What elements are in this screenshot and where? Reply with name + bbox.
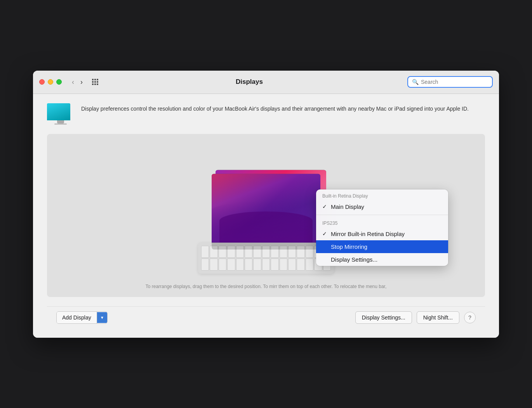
display-preview-area: To rearrange displays, drag them to the … [47,134,485,297]
forward-button[interactable]: › [78,78,85,86]
add-display-chevron-icon[interactable]: ▾ [97,312,107,323]
monitor-front-screen [212,174,320,242]
menu-item-display-settings[interactable]: Display Settings... [316,253,448,266]
grid-dot [97,81,98,83]
key [297,246,304,258]
display-preview [212,174,320,249]
night-shift-button[interactable]: Night Shift... [417,311,459,324]
preferences-window: ‹ › Displays 🔍 Di [33,71,499,338]
bottom-bar: Add Display ▾ Display Settings... Night … [47,306,485,328]
context-menu: Built-in Retina Display ✓ Main Display I… [316,189,448,266]
monitor-front[interactable] [212,174,320,249]
menu-section-label-1: Built-in Retina Display [316,189,448,200]
grid-dot [94,83,96,85]
menu-item-mirror[interactable]: ✓ Mirror Built-in Retina Display [316,227,448,240]
key [253,259,261,271]
key [288,259,296,271]
key [306,259,313,271]
nav-buttons: ‹ › [70,78,85,86]
menu-item-main-display-label: Main Display [331,203,364,210]
key [210,246,217,258]
key [297,259,304,271]
info-row: Display preferences control the resoluti… [47,103,485,125]
display-icon-base [54,123,67,125]
key [227,246,235,258]
key [253,246,261,258]
key [280,246,287,258]
menu-item-stop-mirroring[interactable]: Stop Mirroring [316,240,448,253]
content-area: Display preferences control the resoluti… [33,94,499,338]
checkmark-icon: ✓ [322,231,329,237]
key [262,259,270,271]
hint-text: To rearrange displays, drag them to the … [91,284,441,289]
info-description: Display preferences control the resoluti… [81,103,469,113]
menu-item-display-settings-label: Display Settings... [331,256,377,263]
maximize-button[interactable] [56,79,62,85]
key [245,246,252,258]
titlebar: ‹ › Displays 🔍 [33,71,499,94]
search-bar: 🔍 [407,76,493,88]
page-title: Displays [104,78,395,86]
key [236,246,244,258]
key [227,259,235,271]
display-icon-screen [47,103,70,120]
key [201,246,209,258]
menu-item-mirror-label: Mirror Built-in Retina Display [331,231,405,237]
add-display-button[interactable]: Add Display ▾ [56,311,108,324]
screen-wave2 [219,212,313,243]
traffic-lights [39,79,62,85]
key [201,259,209,271]
close-button[interactable] [39,79,45,85]
key [236,259,244,271]
grid-dot [92,83,94,85]
add-display-label: Add Display [57,312,97,323]
grid-dot [97,79,98,80]
search-input[interactable] [421,79,488,85]
key [210,259,217,271]
help-button[interactable]: ? [464,312,476,323]
key [219,246,226,258]
checkmark-icon: ✓ [322,203,329,210]
minimize-button[interactable] [48,79,53,85]
display-icon-stand [57,120,64,123]
key [280,259,287,271]
menu-section-label-2: IPS235 [316,217,448,227]
key [219,259,226,271]
grid-dot [92,81,94,83]
grid-dot [92,79,94,80]
back-button[interactable]: ‹ [70,78,76,86]
key [306,246,313,258]
grid-dot [94,79,96,80]
search-icon: 🔍 [412,79,419,85]
menu-divider-1 [316,215,448,215]
key [288,246,296,258]
key [271,246,278,258]
display-icon [47,103,74,125]
grid-dot [94,81,96,83]
keyboard-graphic [198,243,334,274]
key [262,246,270,258]
app-grid-icon[interactable] [91,78,99,86]
menu-item-main-display[interactable]: ✓ Main Display [316,200,448,213]
key [271,259,278,271]
menu-item-stop-mirroring-label: Stop Mirroring [331,243,367,250]
display-settings-button[interactable]: Display Settings... [355,311,412,324]
key [245,259,252,271]
grid-dot [97,83,98,85]
